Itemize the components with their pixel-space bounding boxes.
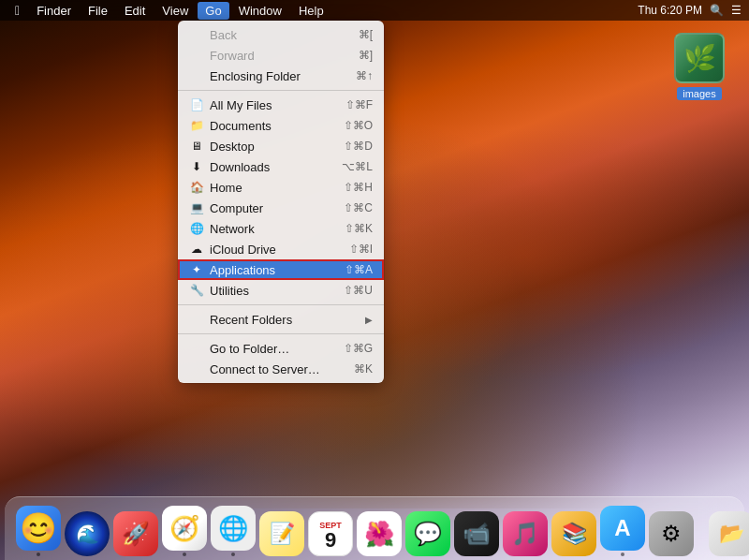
menu-item-go-to-folder-label: Go to Folder… <box>210 342 344 356</box>
menubar-file[interactable]: File <box>81 2 115 20</box>
desktop-icon-label: images <box>677 87 721 100</box>
menu-item-documents-label: Documents <box>210 119 344 133</box>
back-icon <box>189 27 204 42</box>
menu-item-applications-label: Applications <box>210 263 345 277</box>
menu-separator-1 <box>178 90 384 91</box>
dock-icon-appstore: A <box>600 506 645 551</box>
menu-item-back-label: Back <box>210 28 359 42</box>
dock-item-finder[interactable]: 😊 <box>16 506 61 556</box>
recent-folders-icon <box>189 312 204 327</box>
menubar-help[interactable]: Help <box>291 2 331 20</box>
applications-icon: ✦ <box>189 262 204 277</box>
dock-dot-finder <box>37 553 40 556</box>
desktop-icon-images[interactable]: 🌿 images <box>667 33 732 100</box>
dock-item-facetime[interactable]: 📹 <box>454 511 499 556</box>
menu-item-go-to-folder-shortcut: ⇧⌘G <box>344 342 373 355</box>
utilities-icon: 🔧 <box>189 283 204 298</box>
menu-item-downloads[interactable]: ⬇ Downloads ⌥⌘L <box>178 156 384 177</box>
downloads-icon: ⬇ <box>189 159 204 174</box>
network-icon: 🌐 <box>189 221 204 236</box>
dock-item-chrome[interactable]: 🌐 <box>211 506 256 556</box>
go-to-folder-icon <box>189 341 204 356</box>
menu-item-go-to-folder[interactable]: Go to Folder… ⇧⌘G <box>178 338 384 359</box>
menu-item-enclosing-label: Enclosing Folder <box>210 69 356 83</box>
dock-item-itunes[interactable]: 🎵 <box>503 511 548 556</box>
dock-item-finder2[interactable]: 📂 <box>709 511 749 556</box>
menubar-edit[interactable]: Edit <box>117 2 153 20</box>
menubar-finder[interactable]: Finder <box>29 2 79 20</box>
menubar:  Finder File Edit View Go Window Help T… <box>0 0 749 21</box>
dock-icon-notes: 📝 <box>259 511 304 556</box>
menubar-search-icon[interactable]: 🔍 <box>710 4 724 17</box>
dock-item-photos[interactable]: 🌺 <box>357 511 402 556</box>
dock-icon-itunes: 🎵 <box>503 511 548 556</box>
connect-icon <box>189 361 204 376</box>
desktop-icon-menu: 🖥 <box>189 139 204 154</box>
enclosing-icon <box>189 68 204 83</box>
dock-item-calendar[interactable]: Sept 9 <box>308 511 353 556</box>
menu-item-forward-shortcut: ⌘] <box>359 49 373 62</box>
desktop-icon-thumbnail: 🌿 <box>674 33 725 83</box>
menu-item-recent-folders[interactable]: Recent Folders ▶ <box>178 309 384 330</box>
menu-item-utilities-shortcut: ⇧⌘U <box>344 284 373 297</box>
dock-item-ibooks[interactable]: 📚 <box>551 511 596 556</box>
dock-icon-chrome: 🌐 <box>211 506 256 551</box>
menu-item-utilities[interactable]: 🔧 Utilities ⇧⌘U <box>178 280 384 301</box>
menu-separator-2 <box>178 304 384 305</box>
menu-item-enclosing-shortcut: ⌘↑ <box>356 69 373 82</box>
menu-item-recent-folders-label: Recent Folders <box>210 313 365 327</box>
menu-item-all-my-files[interactable]: 📄 All My Files ⇧⌘F <box>178 95 384 115</box>
menu-item-enclosing[interactable]: Enclosing Folder ⌘↑ <box>178 66 384 86</box>
menu-item-desktop-shortcut: ⇧⌘D <box>344 140 373 153</box>
menu-item-all-my-files-shortcut: ⇧⌘F <box>345 98 373 111</box>
dock-dot-safari <box>183 553 186 556</box>
dock-item-siri[interactable]: 🌊 <box>65 511 110 556</box>
menubar-go[interactable]: Go <box>198 2 228 20</box>
menu-item-connect[interactable]: Connect to Server… ⌘K <box>178 359 384 379</box>
dock-icon-messages: 💬 <box>405 511 450 556</box>
menu-item-computer[interactable]: 💻 Computer ⇧⌘C <box>178 198 384 218</box>
menu-item-utilities-label: Utilities <box>210 284 344 298</box>
dock-item-appstore[interactable]: A <box>600 506 645 556</box>
menu-item-connect-label: Connect to Server… <box>210 362 354 376</box>
menu-item-back-shortcut: ⌘[ <box>359 28 373 41</box>
dock-icon-finder2: 📂 <box>709 511 749 556</box>
menu-item-network-label: Network <box>210 222 345 236</box>
menu-item-applications[interactable]: ✦ Applications ⇧⌘A <box>178 259 384 280</box>
dock-dot-chrome <box>231 553 235 556</box>
menu-item-forward[interactable]: Forward ⌘] <box>178 45 384 66</box>
menubar-control-icon[interactable]: ☰ <box>731 4 742 17</box>
menu-item-home[interactable]: 🏠 Home ⇧⌘H <box>178 177 384 198</box>
desktop:  Finder File Edit View Go Window Help T… <box>0 0 749 560</box>
menu-item-documents-shortcut: ⇧⌘O <box>344 119 373 132</box>
menu-item-downloads-label: Downloads <box>210 160 342 174</box>
menu-item-network-shortcut: ⇧⌘K <box>345 222 373 235</box>
menu-item-desktop-label: Desktop <box>210 140 344 154</box>
menu-item-computer-shortcut: ⇧⌘C <box>344 201 373 214</box>
recent-folders-arrow: ▶ <box>365 315 373 325</box>
menu-item-desktop[interactable]: 🖥 Desktop ⇧⌘D <box>178 136 384 156</box>
menubar-window[interactable]: Window <box>231 2 289 20</box>
menu-item-documents[interactable]: 📁 Documents ⇧⌘O <box>178 115 384 136</box>
menubar-view[interactable]: View <box>154 2 196 20</box>
forward-icon <box>189 48 204 63</box>
go-menu-dropdown: Back ⌘[ Forward ⌘] Enclosing Folder ⌘↑ 📄… <box>178 21 384 383</box>
menu-item-forward-label: Forward <box>210 49 359 63</box>
menu-item-all-my-files-label: All My Files <box>210 98 345 112</box>
menu-item-icloud-label: iCloud Drive <box>210 243 349 257</box>
dock-item-safari[interactable]: 🧭 <box>162 506 207 556</box>
dock-item-messages[interactable]: 💬 <box>405 511 450 556</box>
apple-menu[interactable]:  <box>7 1 27 20</box>
dock: 😊 🌊 🚀 🧭 🌐 📝 Sept 9 🌺 <box>5 496 744 560</box>
menu-item-icloud[interactable]: ☁ iCloud Drive ⇧⌘I <box>178 239 384 259</box>
menu-item-network[interactable]: 🌐 Network ⇧⌘K <box>178 218 384 239</box>
menu-item-applications-shortcut: ⇧⌘A <box>345 263 373 276</box>
dock-item-sysprefs[interactable]: ⚙ <box>649 511 694 556</box>
dock-item-launchpad[interactable]: 🚀 <box>113 511 158 556</box>
menu-item-back[interactable]: Back ⌘[ <box>178 24 384 45</box>
all-my-files-icon: 📄 <box>189 97 204 112</box>
dock-item-notes[interactable]: 📝 <box>259 511 304 556</box>
dock-dot-appstore <box>621 553 624 556</box>
menu-item-home-shortcut: ⇧⌘H <box>344 181 373 194</box>
dock-icon-facetime: 📹 <box>454 511 499 556</box>
